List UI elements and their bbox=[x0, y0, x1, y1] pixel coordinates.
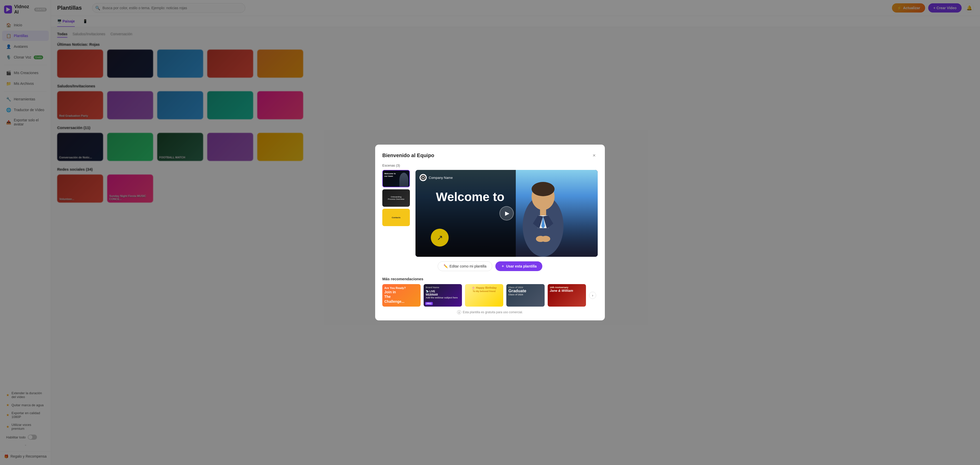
svg-point-4 bbox=[531, 182, 555, 196]
rec-card-3[interactable]: 🎂 Happy BirthdayTo My beloved friend bbox=[465, 284, 503, 307]
company-logo bbox=[420, 174, 427, 181]
rec-card-label-4: Class of 2024 Graduate Class of 2024 bbox=[506, 284, 545, 298]
scene-preview-2: OnboardingProcess Overview bbox=[383, 190, 409, 206]
svg-rect-5 bbox=[540, 208, 546, 216]
modal-footer-note: ℹ Esta plantilla es gratuita para uso co… bbox=[382, 310, 598, 314]
play-button[interactable]: ▶ bbox=[500, 206, 514, 221]
info-icon: ℹ bbox=[457, 310, 461, 314]
rec-card-5[interactable]: 10th Anniversary Jane & William bbox=[548, 284, 586, 307]
rec-card-label-2: Brand Name 📡 LIVEWEBINAR Add the webinar… bbox=[424, 284, 462, 301]
close-icon: × bbox=[593, 153, 596, 158]
scene-thumb-3[interactable]: Contacts bbox=[382, 209, 410, 226]
rec-card-label-1: Are You Ready?Join inTheChallenge... bbox=[382, 284, 421, 306]
rec-card-1[interactable]: Are You Ready?Join inTheChallenge... bbox=[382, 284, 421, 307]
scene-preview-3: Contacts bbox=[383, 209, 409, 225]
modal-actions: ✏️ Editar como mi plantilla ＋ Usar esta … bbox=[382, 261, 598, 271]
arrow-circle: ↗ bbox=[431, 229, 449, 246]
person-svg bbox=[510, 175, 576, 257]
modal-bienvenido: Bienvenido al Equipo × Escenas (3) Welco… bbox=[375, 145, 605, 320]
modal-close-button[interactable]: × bbox=[590, 152, 598, 159]
scenes-panel: Welcome toour team OnboardingProcess Ove… bbox=[382, 170, 410, 257]
scenes-label: Escenas (3) bbox=[382, 163, 598, 167]
company-name-overlay: Company Name bbox=[420, 174, 453, 181]
company-name-text: Company Name bbox=[429, 176, 453, 180]
rec-card-4[interactable]: Class of 2024 Graduate Class of 2024 bbox=[506, 284, 545, 307]
rec-card-label-5: 10th Anniversary Jane & William bbox=[548, 284, 586, 295]
recommendations-title: Más recomendaciones bbox=[382, 277, 598, 281]
video-preview: Company Name Welcome to ↗ bbox=[415, 170, 598, 257]
edit-template-button[interactable]: ✏️ Editar como mi plantilla bbox=[438, 261, 492, 271]
plus-icon: ＋ bbox=[501, 264, 504, 268]
scene-thumb-1[interactable]: Welcome toour team bbox=[382, 170, 410, 187]
modal-overlay[interactable]: Bienvenido al Equipo × Escenas (3) Welco… bbox=[0, 0, 980, 465]
scene-thumb-2[interactable]: OnboardingProcess Overview bbox=[382, 189, 410, 207]
recommendations-section: Más recomendaciones Are You Ready?Join i… bbox=[382, 277, 598, 307]
play-icon: ▶ bbox=[505, 210, 509, 217]
edit-icon: ✏️ bbox=[444, 264, 448, 268]
use-template-button[interactable]: ＋ Usar esta plantilla bbox=[495, 261, 542, 271]
svg-point-11 bbox=[541, 236, 550, 242]
modal-body: Welcome toour team OnboardingProcess Ove… bbox=[382, 170, 598, 257]
modal-title: Bienvenido al Equipo bbox=[382, 153, 434, 158]
rec-card-2[interactable]: Brand Name 📡 LIVEWEBINAR Add the webinar… bbox=[424, 284, 462, 307]
pro-badge: PRO bbox=[425, 302, 433, 305]
rec-card-label-3: 🎂 Happy BirthdayTo My beloved friend bbox=[465, 284, 503, 295]
video-preview-inner: Company Name Welcome to ↗ bbox=[415, 170, 598, 257]
recommendations-row: Are You Ready?Join inTheChallenge... Bra… bbox=[382, 284, 598, 307]
recs-next-button[interactable]: › bbox=[589, 292, 596, 299]
modal-header: Bienvenido al Equipo × bbox=[382, 152, 598, 159]
scene-preview-1: Welcome toour team bbox=[383, 170, 409, 187]
